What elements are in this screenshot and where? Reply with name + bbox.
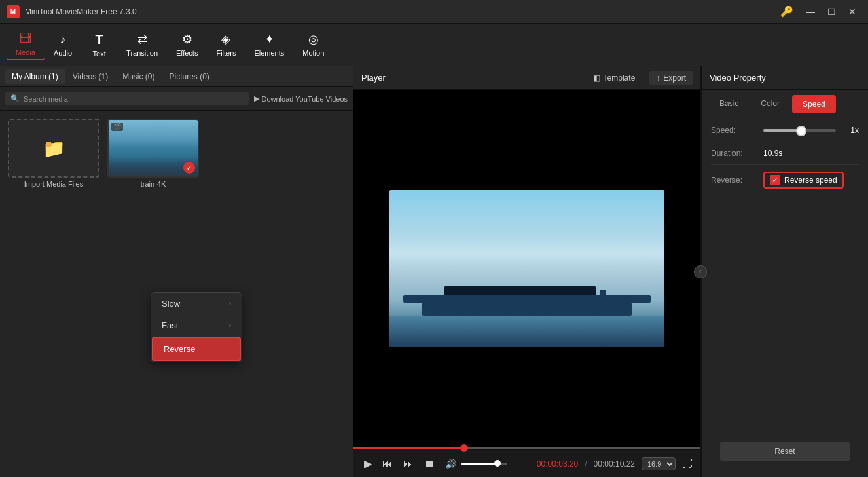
train-label: train-4K [141, 180, 166, 188]
nav-pictures[interactable]: Pictures (0) [163, 69, 216, 84]
media-label: Media [16, 48, 35, 56]
nav-my-album[interactable]: My Album (1) [5, 69, 65, 84]
collapse-panel-button[interactable]: ‹ [694, 265, 707, 278]
filters-label: Filters [216, 49, 236, 57]
filters-icon: ◈ [221, 32, 230, 47]
basic-tab[interactable]: Basic [710, 95, 748, 113]
toolbar-media[interactable]: 🎞 Media [7, 29, 45, 60]
restore-button[interactable]: ☐ [822, 5, 841, 19]
volume-slider[interactable] [461, 463, 507, 465]
transition-icon: ⇄ [137, 32, 147, 47]
reverse-row: Reverse: ✓ Reverse speed [702, 165, 868, 195]
toolbar: 🎞 Media ♪ Audio T Text ⇄ Transition ⚙ Ef… [0, 24, 868, 66]
export-label: Export [663, 73, 686, 83]
audio-icon: ♪ [60, 33, 66, 47]
check-badge: ✓ [183, 162, 195, 174]
time-total: 00:00:10.22 [594, 459, 635, 468]
export-button[interactable]: ↑ Export [649, 71, 693, 85]
next-frame-button[interactable]: ⏭ [401, 455, 416, 472]
slow-label: Slow [162, 299, 180, 309]
nav-music[interactable]: Music (0) [116, 69, 161, 84]
video-container [353, 90, 700, 447]
transition-label: Transition [126, 49, 158, 57]
speed-label: Speed: [711, 126, 757, 135]
video-progress-bar[interactable] [353, 447, 700, 449]
toolbar-filters[interactable]: ◈ Filters [207, 29, 245, 60]
volume-icon[interactable]: 🔊 [443, 456, 459, 472]
train-thumb: 🎬 ✓ [107, 119, 199, 178]
video-property-title: Video Property [702, 66, 868, 90]
speed-tab[interactable]: Speed [792, 95, 836, 113]
minimize-button[interactable]: — [801, 5, 820, 19]
time-current: 00:00:03.20 [537, 459, 578, 468]
folder-icon: 📁 [43, 138, 65, 159]
window-controls: — ☐ ✕ [801, 5, 861, 19]
fast-label: Fast [162, 320, 178, 330]
toolbar-elements[interactable]: ✦ Elements [245, 29, 293, 60]
reverse-speed-label: Reverse speed [784, 176, 837, 185]
toolbar-text[interactable]: T Text [81, 29, 117, 60]
speed-row: Speed: 1x [702, 119, 868, 142]
prev-frame-button[interactable]: ⏮ [380, 455, 395, 472]
panel-toolbar: 🔍 Search media ▶ Download YouTube Videos [0, 87, 353, 111]
import-thumb: 📁 [8, 119, 99, 178]
speed-fill [763, 129, 803, 132]
reverse-label: Reverse [164, 344, 195, 354]
aspect-ratio-select[interactable]: 16:9 9:16 1:1 [642, 457, 676, 470]
youtube-icon: ▶ [254, 94, 259, 103]
color-tab[interactable]: Color [751, 95, 789, 113]
effects-label: Effects [176, 49, 198, 57]
header-actions: ◧ Template ↑ Export [587, 71, 693, 85]
audio-label: Audio [54, 49, 72, 57]
video-frame [389, 190, 664, 347]
template-label: Template [604, 73, 636, 83]
app-title: MiniTool MovieMaker Free 7.3.0 [25, 7, 780, 16]
speed-slider[interactable] [763, 129, 836, 132]
import-media-item[interactable]: 📁 Import Media Files [8, 119, 99, 188]
panel-nav: My Album (1) Videos (1) Music (0) Pictur… [0, 66, 353, 87]
right-panel: Video Property Basic Color Speed Speed: … [701, 66, 868, 477]
toolbar-motion[interactable]: ◎ Motion [293, 29, 333, 60]
toolbar-effects[interactable]: ⚙ Effects [167, 29, 207, 60]
toolbar-transition[interactable]: ⇄ Transition [117, 29, 167, 60]
fast-arrow: › [229, 322, 231, 329]
app-logo: M [7, 5, 20, 18]
stop-button[interactable]: ⏹ [422, 455, 437, 472]
fullscreen-button[interactable]: ⛶ [682, 458, 693, 470]
logo-text: M [10, 8, 16, 15]
titlebar: M MiniTool MovieMaker Free 7.3.0 🔑 — ☐ ✕ [0, 0, 868, 24]
reverse-speed-container[interactable]: ✓ Reverse speed [763, 172, 844, 189]
duration-value: 10.9s [763, 149, 782, 158]
slow-option[interactable]: Slow › [151, 293, 242, 315]
duration-row: Duration: 10.9s [702, 142, 868, 164]
player-title: Player [361, 73, 587, 83]
search-placeholder: Search media [24, 95, 68, 103]
fast-option[interactable]: Fast › [151, 315, 242, 336]
reset-button[interactable]: Reset [720, 442, 850, 461]
search-box[interactable]: 🔍 Search media [5, 92, 249, 105]
nav-videos[interactable]: Videos (1) [66, 69, 115, 84]
progress-fill [353, 447, 465, 449]
speed-dropdown-menu: Slow › Fast › Reverse [151, 292, 242, 362]
volume-control: 🔊 [443, 456, 507, 472]
export-icon: ↑ [656, 73, 660, 83]
toolbar-audio[interactable]: ♪ Audio [45, 30, 81, 60]
reverse-label: Reverse: [711, 176, 757, 185]
play-button[interactable]: ▶ [361, 455, 374, 472]
text-label: Text [93, 50, 106, 58]
close-button[interactable]: ✕ [843, 5, 861, 19]
template-button[interactable]: ◧ Template [587, 71, 642, 85]
reverse-option[interactable]: Reverse [152, 337, 241, 361]
reverse-checkbox[interactable]: ✓ [770, 175, 780, 185]
volume-fill [461, 463, 498, 465]
train-video-item[interactable]: 🎬 ✓ train-4K [107, 119, 199, 188]
property-tabs: Basic Color Speed [702, 90, 868, 119]
elements-label: Elements [254, 49, 284, 57]
motion-icon: ◎ [308, 32, 319, 47]
import-label: Import Media Files [24, 180, 83, 188]
text-icon: T [96, 32, 103, 47]
key-icon: 🔑 [780, 5, 793, 18]
download-youtube-button[interactable]: ▶ Download YouTube Videos [254, 94, 348, 103]
time-separator: / [585, 459, 587, 468]
template-icon: ◧ [593, 73, 600, 83]
